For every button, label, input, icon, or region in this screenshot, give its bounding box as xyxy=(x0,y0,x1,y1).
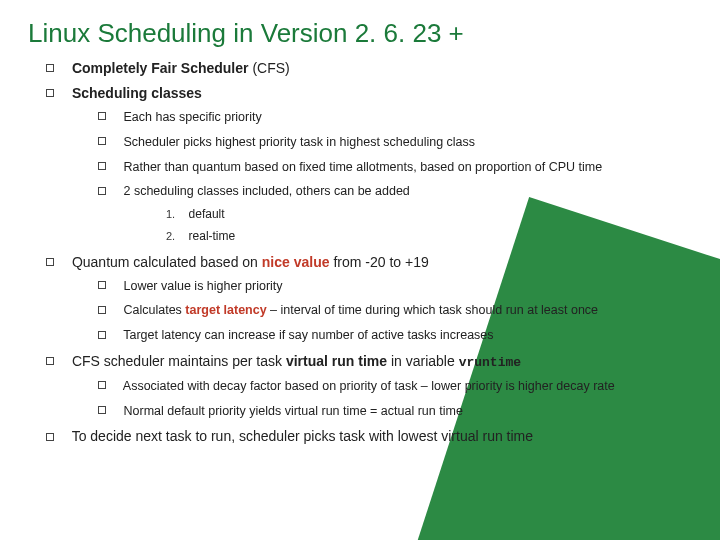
text: – interval of time during which task sho… xyxy=(270,303,598,317)
square-bullet-icon xyxy=(98,137,106,145)
square-bullet-icon xyxy=(46,433,54,441)
text: Quantum calculated based on xyxy=(72,254,258,270)
square-bullet-icon xyxy=(98,187,106,195)
text: real-time xyxy=(189,229,236,243)
text: CFS scheduler maintains per task xyxy=(72,353,282,369)
list-item: Associated with decay factor based on pr… xyxy=(98,378,692,395)
list-item: 1. default xyxy=(166,206,692,222)
text: 2 scheduling classes included, others ca… xyxy=(123,184,409,198)
bullet-list-level1: Associated with decay factor based on pr… xyxy=(46,378,692,420)
text: Scheduler picks highest priority task in… xyxy=(123,135,475,149)
list-item: Quantum calculated based on nice value f… xyxy=(46,253,692,345)
square-bullet-icon xyxy=(98,162,106,170)
square-bullet-icon xyxy=(98,112,106,120)
slide-title: Linux Scheduling in Version 2. 6. 23 + xyxy=(28,18,692,49)
highlight-text: target latency xyxy=(185,303,266,317)
square-bullet-icon xyxy=(46,64,54,72)
text: Rather than quantum based on fixed time … xyxy=(123,160,602,174)
list-item: 2. real-time xyxy=(166,228,692,244)
text: Scheduling classes xyxy=(72,85,202,101)
list-item: CFS scheduler maintains per task virtual… xyxy=(46,352,692,419)
text: To decide next task to run, scheduler pi… xyxy=(72,428,533,444)
text: default xyxy=(189,207,225,221)
text: Target latency can increase if say numbe… xyxy=(123,328,493,342)
text: Calculates xyxy=(123,303,181,317)
number-marker: 2. xyxy=(166,230,175,242)
text: Completely Fair Scheduler xyxy=(72,60,249,76)
list-item: Scheduler picks highest priority task in… xyxy=(98,134,692,151)
bullet-list-level1: Lower value is higher priority Calculate… xyxy=(46,278,692,345)
list-item: 2 scheduling classes included, others ca… xyxy=(98,183,692,244)
square-bullet-icon xyxy=(98,281,106,289)
list-item: Completely Fair Scheduler (CFS) xyxy=(46,59,692,78)
highlight-text: nice value xyxy=(262,254,330,270)
square-bullet-icon xyxy=(46,258,54,266)
code-text: vruntime xyxy=(459,355,521,370)
list-item: To decide next task to run, scheduler pi… xyxy=(46,427,692,446)
bullet-list-level0: Completely Fair Scheduler (CFS) Scheduli… xyxy=(28,59,692,446)
list-item: Each has specific priority xyxy=(98,109,692,126)
number-marker: 1. xyxy=(166,208,175,220)
text: Lower value is higher priority xyxy=(123,279,282,293)
list-item: Normal default priority yields virtual r… xyxy=(98,403,692,420)
text: Normal default priority yields virtual r… xyxy=(123,404,462,418)
bold-text: virtual run time xyxy=(286,353,387,369)
square-bullet-icon xyxy=(46,357,54,365)
text: Each has specific priority xyxy=(123,110,261,124)
square-bullet-icon xyxy=(98,406,106,414)
numbered-list: 1. default 2. real-time xyxy=(98,206,692,244)
square-bullet-icon xyxy=(98,331,106,339)
text: (CFS) xyxy=(252,60,289,76)
text: from -20 to +19 xyxy=(333,254,428,270)
square-bullet-icon xyxy=(98,381,106,389)
square-bullet-icon xyxy=(46,89,54,97)
bullet-list-level1: Each has specific priority Scheduler pic… xyxy=(46,109,692,245)
text: in variable xyxy=(391,353,455,369)
list-item: Target latency can increase if say numbe… xyxy=(98,327,692,344)
list-item: Rather than quantum based on fixed time … xyxy=(98,159,692,176)
list-item: Scheduling classes Each has specific pri… xyxy=(46,84,692,245)
list-item: Calculates target latency – interval of … xyxy=(98,302,692,319)
list-item: Lower value is higher priority xyxy=(98,278,692,295)
square-bullet-icon xyxy=(98,306,106,314)
text: Associated with decay factor based on pr… xyxy=(123,379,615,393)
